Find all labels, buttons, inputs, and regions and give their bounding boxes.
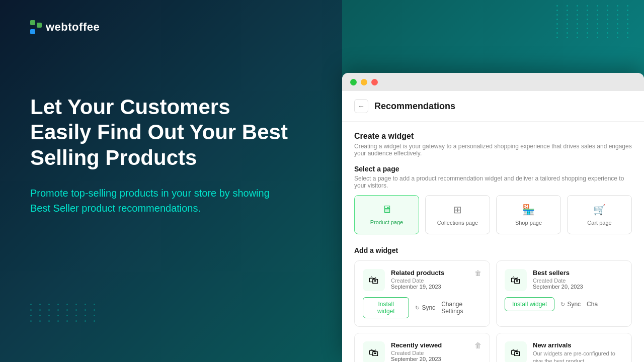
dot-pattern-bottom-left [30,304,99,322]
widget-date-val-related: September 19, 2023 [391,284,444,290]
widget-icon-wrap-newarrivals: 🛍 [505,341,527,362]
widget-grid: 🛍 Related products Created Date Septembe… [354,260,632,362]
widget-date-val-bestsellers: September 20, 2023 [533,284,583,290]
page-card-collections-label: Collections page [437,220,478,226]
page-cards: 🖥 Product page ⊞ Collections page 🏪 Shop… [354,195,632,234]
hero-title: Let Your Customers Easily Find Out Your … [30,95,292,170]
app-body: Create a widget Creating a widget is you… [342,122,644,362]
sync-link-bestsellers[interactable]: ↻ Sync [560,301,581,308]
related-products-icon: 🛍 [369,275,379,286]
settings-link-bestsellers[interactable]: Cha [587,301,598,308]
widget-card-bestsellers-header: 🛍 Best sellers Created Date September 20… [505,269,623,291]
shop-page-icon: 🏪 [522,204,535,216]
widget-icon-wrap-recently: 🛍 [363,341,385,362]
close-button[interactable] [371,79,378,85]
install-widget-button-related[interactable]: Install widget [363,297,409,318]
brand-name: webtoffee [46,21,100,34]
sync-label-related: Sync [422,304,435,311]
widget-card-bestsellers-actions: Install widget ↻ Sync Cha [505,297,623,311]
delete-icon-related[interactable]: 🗑 [474,269,481,277]
select-page-label: Select a page [354,165,632,173]
page-card-cart-label: Cart page [587,220,611,226]
select-page-desc: Select a page to add a product recommend… [354,175,632,189]
widget-info-bestsellers: Best sellers Created Date September 20, … [533,269,583,290]
logo-icon [30,20,42,34]
browser-window: ← Recommendations Create a widget Creati… [342,73,644,362]
create-widget-title: Create a widget [354,132,632,141]
sync-link-related[interactable]: ↻ Sync [415,304,435,311]
widget-date-val-recently: September 20, 2023 [391,356,442,362]
bestsellers-icon: 🛍 [511,275,521,286]
widget-name-bestsellers: Best sellers [533,269,583,277]
collections-page-icon: ⊞ [453,204,462,216]
widget-card-recently: 🛍 Recently viewed Created Date September… [354,333,490,362]
install-widget-button-bestsellers[interactable]: Install widget [505,297,554,311]
widget-info-newarrivals: New arrivals Our widgets are pre-configu… [533,341,623,362]
widget-card-newarrivals-header: 🛍 New arrivals Our widgets are pre-confi… [505,341,623,362]
sync-icon-bestsellers: ↻ [560,301,565,308]
widget-card-newarrivals: 🛍 New arrivals Our widgets are pre-confi… [496,333,632,362]
widget-date-label-related: Created Date [391,278,444,284]
page-card-collections[interactable]: ⊞ Collections page [425,195,490,234]
logo: webtoffee [30,20,312,34]
widget-card-related-actions: Install widget ↻ Sync Change Settings [363,297,481,318]
sync-icon-related: ↻ [415,305,420,311]
widget-card-related: 🛍 Related products Created Date Septembe… [354,260,490,327]
create-widget-desc: Creating a widget is your gateway to a p… [354,143,632,157]
page-card-shop-label: Shop page [515,220,542,226]
app-header: ← Recommendations [342,91,644,122]
settings-link-related[interactable]: Change Settings [441,301,481,315]
widget-card-newarrivals-left: 🛍 New arrivals Our widgets are pre-confi… [505,341,623,362]
app-content: ← Recommendations Create a widget Creati… [342,91,644,362]
delete-icon-recently[interactable]: 🗑 [474,341,481,349]
widget-name-related: Related products [391,269,444,277]
widget-card-recently-header: 🛍 Recently viewed Created Date September… [363,341,481,362]
add-widget-title: Add a widget [354,246,632,254]
left-panel: webtoffee Let Your Customers Easily Find… [0,0,342,362]
page-card-cart[interactable]: 🛒 Cart page [567,195,632,234]
new-arrivals-icon: 🛍 [511,347,521,358]
cart-page-icon: 🛒 [593,204,606,216]
widget-card-bestsellers-left: 🛍 Best sellers Created Date September 20… [505,269,583,291]
widget-card-related-header: 🛍 Related products Created Date Septembe… [363,269,481,291]
hero-subtitle: Promote top-selling products in your sto… [30,186,272,216]
widget-icon-wrap-related: 🛍 [363,269,385,291]
right-panel: ← Recommendations Create a widget Creati… [342,0,644,362]
widget-card-bestsellers: 🛍 Best sellers Created Date September 20… [496,260,632,327]
widget-desc-newarrivals: Our widgets are pre-configured to give t… [533,350,623,362]
dot-pattern-top-right [556,5,634,38]
widget-card-recently-left: 🛍 Recently viewed Created Date September… [363,341,442,362]
widget-date-label-bestsellers: Created Date [533,278,583,284]
widget-info-recently: Recently viewed Created Date September 2… [391,341,442,362]
widget-name-recently: Recently viewed [391,341,442,349]
widget-name-newarrivals: New arrivals [533,341,623,349]
widget-info-related: Related products Created Date September … [391,269,444,290]
product-page-icon: 🖥 [382,204,392,215]
minimize-button[interactable] [361,79,367,85]
recently-viewed-icon: 🛍 [369,347,379,358]
widget-icon-wrap-bestsellers: 🛍 [505,269,527,291]
page-card-shop[interactable]: 🏪 Shop page [496,195,561,234]
widget-date-label-recently: Created Date [391,350,442,356]
app-title: Recommendations [374,101,455,112]
back-button[interactable]: ← [354,99,368,113]
back-icon: ← [358,102,365,110]
maximize-button[interactable] [350,79,357,85]
page-card-product[interactable]: 🖥 Product page [354,195,419,234]
page-card-product-label: Product page [370,219,403,225]
sync-label-bestsellers: Sync [567,301,581,308]
browser-titlebar [342,73,644,91]
widget-card-related-left: 🛍 Related products Created Date Septembe… [363,269,444,291]
